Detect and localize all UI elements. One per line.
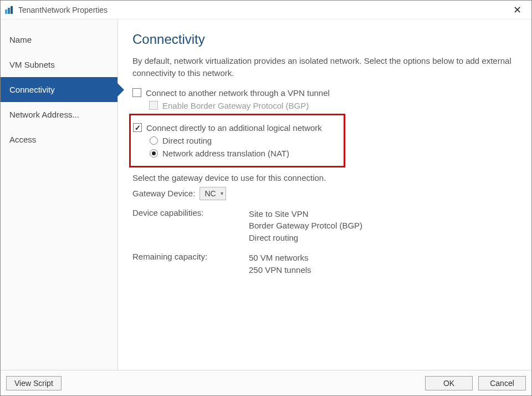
- gateway-device-dropdown[interactable]: NC ▾: [200, 187, 226, 200]
- svg-rect-2: [11, 6, 13, 14]
- titlebar: TenantNetwork Properties ✕: [1, 1, 531, 19]
- page-title: Connectivity: [132, 32, 520, 47]
- svg-rect-1: [8, 8, 10, 14]
- device-capabilities-label: Device capabilities:: [132, 208, 243, 244]
- dialog-body: Name VM Subnets Connectivity Network Add…: [1, 19, 531, 370]
- sidebar-item-label: Name: [9, 35, 32, 44]
- chevron-down-icon: ▾: [221, 190, 223, 196]
- sidebar-item-name[interactable]: Name: [1, 27, 117, 52]
- gateway-device-row: Gateway Device: NC ▾: [132, 187, 520, 200]
- bgp-checkbox-row: Enable Border Gateway Protocol (BGP): [149, 101, 520, 110]
- checkbox-icon: [149, 101, 158, 110]
- sidebar-item-vm-subnets[interactable]: VM Subnets: [1, 52, 117, 77]
- radio-icon: [150, 136, 158, 145]
- close-button[interactable]: ✕: [506, 2, 528, 18]
- remaining-item: 250 VPN tunnels: [249, 264, 520, 276]
- nat-label: Network address translation (NAT): [162, 149, 289, 158]
- gateway-prompt: Select the gateway device to use for thi…: [132, 173, 520, 182]
- remaining-capacity-value: 50 VM networks 250 VPN tunnels: [249, 252, 520, 276]
- capability-item: Border Gateway Protcol (BGP): [249, 220, 520, 232]
- sidebar-item-label: Network Address...: [9, 110, 79, 119]
- content-panel: Connectivity By default, network virtual…: [118, 19, 531, 370]
- checkbox-icon: [133, 123, 142, 132]
- view-script-button[interactable]: View Script: [6, 376, 62, 390]
- radio-icon: [150, 149, 158, 158]
- remaining-capacity-label: Remaining capacity:: [132, 252, 243, 276]
- ok-button[interactable]: OK: [425, 376, 473, 390]
- dialog-footer: View Script OK Cancel: [1, 370, 531, 395]
- cancel-button[interactable]: Cancel: [478, 376, 526, 390]
- info-grid: Device capabilities: Site to Site VPN Bo…: [132, 208, 520, 276]
- capability-item: Direct routing: [249, 232, 520, 244]
- sidebar-item-label: VM Subnets: [9, 60, 55, 69]
- sidebar: Name VM Subnets Connectivity Network Add…: [1, 19, 118, 370]
- sidebar-item-label: Access: [9, 135, 36, 144]
- app-icon: [4, 5, 14, 15]
- direct-checkbox-row[interactable]: Connect directly to an additional logica…: [133, 123, 341, 133]
- dialog-window: TenantNetwork Properties ✕ Name VM Subne…: [0, 0, 532, 396]
- svg-rect-0: [5, 9, 7, 14]
- bgp-checkbox-label: Enable Border Gateway Protocol (BGP): [162, 101, 309, 110]
- sidebar-item-connectivity[interactable]: Connectivity: [1, 77, 117, 102]
- vpn-checkbox-row[interactable]: Connect to another network through a VPN…: [132, 88, 520, 98]
- gateway-device-value: NC: [204, 189, 216, 198]
- direct-checkbox-label: Connect directly to an additional logica…: [146, 123, 322, 133]
- nat-radio[interactable]: Network address translation (NAT): [150, 149, 341, 158]
- highlight-annotation: Connect directly to an additional logica…: [129, 114, 345, 167]
- sidebar-item-access[interactable]: Access: [1, 127, 117, 152]
- window-title: TenantNetwork Properties: [18, 6, 108, 14]
- checkbox-icon: [132, 88, 141, 97]
- direct-routing-label: Direct routing: [162, 136, 212, 145]
- device-capabilities-value: Site to Site VPN Border Gateway Protcol …: [249, 208, 520, 244]
- vpn-checkbox-label: Connect to another network through a VPN…: [146, 88, 330, 98]
- remaining-item: 50 VM networks: [249, 252, 520, 264]
- gateway-device-label: Gateway Device:: [132, 189, 195, 198]
- direct-routing-radio[interactable]: Direct routing: [150, 136, 341, 145]
- sidebar-item-network-address[interactable]: Network Address...: [1, 102, 117, 127]
- intro-text: By default, network virtualization provi…: [132, 55, 520, 79]
- capability-item: Site to Site VPN: [249, 208, 520, 220]
- sidebar-item-label: Connectivity: [9, 85, 55, 94]
